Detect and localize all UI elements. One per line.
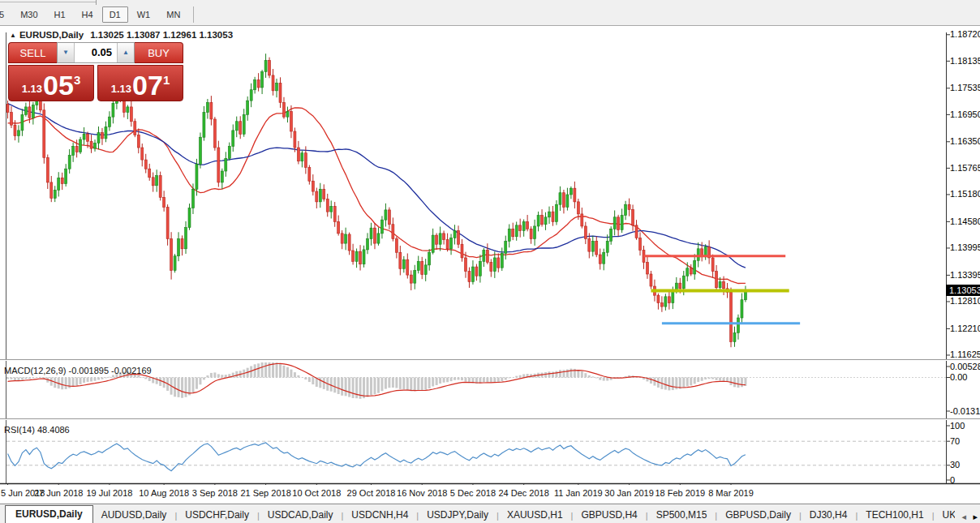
buy-price-point: 1 (163, 73, 170, 87)
date-axis-label: 16 Nov 2018 (393, 488, 450, 498)
date-axis-label: 11 Jan 2019 (550, 488, 607, 498)
chart-tab-gbpusd-h4[interactable]: GBPUSD,H4 (573, 507, 645, 523)
chart-tab-usdchf-daily[interactable]: USDCHF,Daily (177, 507, 257, 523)
rsi-axis-tick: 0 (950, 475, 955, 485)
price-axis-tick: 1.12210 (950, 324, 980, 333)
buy-price-pips: 07 (132, 73, 163, 97)
chart-tab-xauusd-h1[interactable]: XAUUSD,H1 (499, 507, 571, 523)
sell-price-base: 1.13 (22, 81, 42, 97)
price-axis-tick: 1.15180 (950, 189, 980, 199)
sell-price-point: 3 (74, 73, 80, 87)
one-click-trading-panel: SELL ▼ 0.05 ▲ BUY 1.13053 1.13071 (8, 42, 183, 101)
timeframe-button-w1[interactable]: W1 (130, 6, 158, 23)
rsi-line (8, 443, 746, 471)
chart-tab-gbpusd-daily[interactable]: GBPUSD,Daily (717, 507, 799, 523)
date-axis-label: 3 Sep 2018 (187, 488, 243, 498)
date-axis-label: 10 Aug 2018 (135, 488, 192, 498)
date-axis-label: 8 Mar 2019 (703, 488, 759, 498)
price-axis-tick: 1.14580 (950, 216, 980, 226)
price-axis-tick: 1.18720 (950, 29, 980, 39)
buy-price-display[interactable]: 1.13071 (97, 65, 183, 101)
macd-axis-tick: -0.013111 (950, 406, 980, 416)
timeframe-button-h4[interactable]: H4 (75, 6, 101, 23)
price-axis-tick: 1.13995 (950, 242, 980, 252)
price-axis-tick: 1.12810 (950, 296, 980, 306)
date-axis-label: 5 Dec 2018 (445, 488, 501, 498)
buy-price-base: 1.13 (111, 81, 131, 97)
price-axis-tick: 1.16950 (950, 109, 980, 119)
sell-price-display[interactable]: 1.13053 (8, 65, 94, 101)
chart-tab-usdcnh-h4[interactable]: USDCNH,H4 (343, 507, 416, 523)
date-axis-label: 29 Oct 2018 (343, 488, 400, 498)
chart-tab-dj30-h4[interactable]: DJ30,H4 (802, 507, 856, 523)
date-axis-label: 18 Feb 2019 (651, 488, 708, 498)
chart-tab-usdcad-daily[interactable]: USDCAD,Daily (260, 507, 342, 523)
timeframe-button-5[interactable]: 5 (0, 6, 11, 23)
moving-average-fast (8, 108, 746, 284)
chart-symbol-label: EURUSD,Daily (19, 30, 84, 40)
date-axis-label: 24 Dec 2018 (496, 488, 552, 498)
price-axis-tick: 1.18135 (950, 56, 980, 66)
date-axis-label: 27 Jun 2018 (30, 488, 87, 498)
date-axis-label: 30 Jan 2019 (601, 488, 658, 498)
toolbar-top-strip (0, 0, 980, 5)
chart-tab-sp500-m15[interactable]: SP500,M15 (648, 507, 716, 523)
macd-indicator-label: MACD(12,26,9) -0.001895 -0.002169 (4, 366, 152, 375)
rsi-indicator-label: RSI(14) 48.4086 (4, 425, 70, 435)
buy-button[interactable]: BUY (135, 42, 183, 63)
volume-input[interactable]: 0.05 (75, 43, 117, 62)
price-axis-tick: 1.11625 (950, 349, 980, 359)
volume-increase-button[interactable]: ▲ (117, 43, 134, 62)
rsi-axis-tick: 100 (950, 421, 965, 431)
sell-button[interactable]: SELL (8, 42, 57, 63)
date-axis-label: 21 Sep 2018 (238, 488, 294, 498)
moving-average-slow (8, 104, 746, 268)
price-axis-tick: 1.17535 (950, 83, 980, 92)
sell-price-pips: 05 (43, 73, 74, 97)
timeframe-button-mn[interactable]: MN (159, 6, 187, 23)
toolbar-separator (193, 6, 194, 23)
price-axis-tick: 1.15765 (950, 163, 980, 173)
tab-scroll-right-icon[interactable]: ▸ (973, 512, 978, 521)
rsi-axis-tick: 70 (950, 436, 960, 446)
current-price-badge: 1.13053 (946, 285, 980, 296)
chart-ohlc-values: 1.13025 1.13087 1.12961 1.13053 (90, 30, 233, 40)
chart-region: ▲EURUSD,Daily1.13025 1.13087 1.12961 1.1… (0, 26, 980, 504)
tab-scroll-arrows: ◂ ▸ (955, 508, 978, 523)
date-axis-label: 10 Oct 2018 (288, 488, 345, 498)
price-axis-tick: 1.13395 (950, 270, 980, 280)
volume-stepper: ▼ 0.05 ▲ (57, 42, 135, 63)
timeframe-button-h1[interactable]: H1 (47, 6, 73, 23)
price-axis-tick: 1.16350 (950, 136, 980, 146)
volume-decrease-button[interactable]: ▼ (58, 43, 75, 62)
macd-axis-tick: 0.005282 (950, 362, 980, 371)
timeframe-button-m30[interactable]: M30 (13, 6, 45, 23)
timeframe-toolbar: 5M30H1H4D1W1MN (0, 0, 980, 26)
rsi-axis-tick: 30 (950, 460, 960, 469)
symbol-marker-icon: ▲ (10, 32, 16, 39)
chart-tab-tech100-h1[interactable]: TECH100,H1 (858, 507, 931, 523)
date-axis-label: 19 Jul 2018 (81, 488, 138, 498)
chart-tab-bar: EURUSD,DailyAUDUSD,Daily|USDCHF,Daily|US… (0, 504, 980, 523)
chart-tab-eurusd-daily[interactable]: EURUSD,Daily (5, 505, 93, 523)
macd-axis-tick: 0.00 (950, 372, 967, 382)
chart-tab-audusd-daily[interactable]: AUDUSD,Daily (93, 507, 175, 523)
timeframe-button-d1[interactable]: D1 (102, 6, 128, 23)
tab-scroll-left-icon[interactable]: ◂ (961, 512, 966, 521)
chart-tab-usdjpy-daily[interactable]: USDJPY,Daily (419, 507, 496, 523)
chart-header: ▲EURUSD,Daily1.13025 1.13087 1.12961 1.1… (10, 30, 233, 40)
